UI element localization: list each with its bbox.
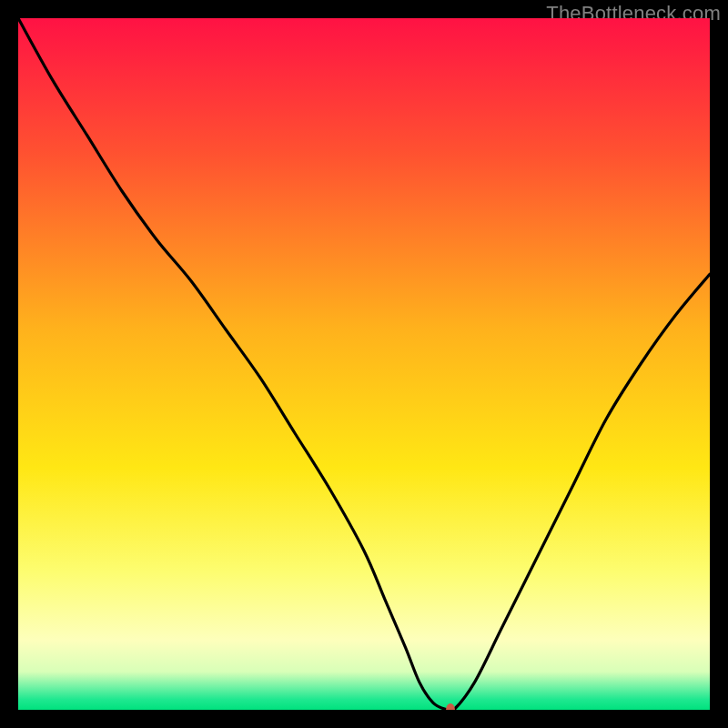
plot-area xyxy=(18,18,710,710)
chart-frame: TheBottleneck.com xyxy=(0,0,728,728)
gradient-background xyxy=(18,18,710,710)
chart-svg xyxy=(18,18,710,710)
